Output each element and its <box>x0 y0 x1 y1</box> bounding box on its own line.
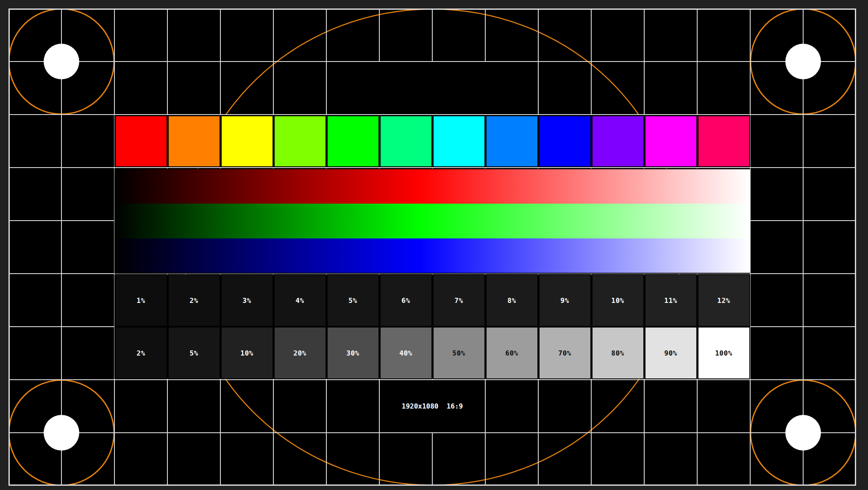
black-level-label: 9% <box>560 297 569 305</box>
color-swatch-3 <box>222 116 273 166</box>
gray-step-cell: 5% <box>169 328 220 378</box>
black-level-cell: 4% <box>275 275 326 326</box>
black-level-label: 8% <box>507 297 516 305</box>
color-swatch-7 <box>434 116 484 166</box>
luminance-step-band: 1%2%3%4%5%6%7%8%9%10%11%12%2%5%10%20%30%… <box>114 274 750 379</box>
black-level-cell: 7% <box>434 275 484 326</box>
black-level-cell: 12% <box>698 275 749 326</box>
gradient-bar-red <box>114 169 750 204</box>
black-level-cell: 3% <box>222 275 273 326</box>
color-swatch-1 <box>116 116 167 166</box>
black-level-label: 1% <box>136 297 145 305</box>
gray-step-label: 80% <box>611 349 624 357</box>
black-level-label: 4% <box>295 297 304 305</box>
resolution-label: 1920x1080 16:9 <box>379 380 485 433</box>
gray-step-label: 90% <box>664 349 677 357</box>
gray-step-label: 20% <box>293 349 306 357</box>
gray-step-cell: 70% <box>540 328 590 378</box>
test-pattern-area: 1%2%3%4%5%6%7%8%9%10%11%12%2%5%10%20%30%… <box>8 8 856 486</box>
gray-step-cell: 100% <box>698 328 749 378</box>
gray-step-cell: 30% <box>328 328 378 378</box>
gradient-bar-green <box>114 204 750 238</box>
corner-target-dot <box>44 44 79 79</box>
black-level-cell: 10% <box>593 275 643 326</box>
black-level-label: 3% <box>242 297 251 305</box>
gray-step-label: 40% <box>399 349 412 357</box>
black-level-cell: 6% <box>381 275 431 326</box>
black-level-cell: 8% <box>487 275 537 326</box>
color-swatch-12 <box>698 116 749 166</box>
gray-step-label: 100% <box>715 349 732 357</box>
gray-step-label: 60% <box>505 349 518 357</box>
black-level-label: 6% <box>401 297 410 305</box>
color-swatch-2 <box>169 116 220 166</box>
gray-step-label: 5% <box>189 349 198 357</box>
test-pattern-screen: 1%2%3%4%5%6%7%8%9%10%11%12%2%5%10%20%30%… <box>0 0 868 490</box>
corner-target-dot <box>785 44 821 79</box>
corner-target-dot <box>44 415 79 451</box>
color-swatch-4 <box>275 116 326 166</box>
gray-step-cell: 50% <box>434 328 484 378</box>
gray-step-label: 2% <box>136 349 145 357</box>
black-level-label: 5% <box>348 297 357 305</box>
gray-step-cell: 60% <box>487 328 537 378</box>
gray-step-cell: 20% <box>275 328 326 378</box>
gray-step-label: 50% <box>452 349 465 357</box>
black-level-label: 2% <box>189 297 198 305</box>
gradient-bar-blue <box>114 238 750 273</box>
color-swatch-8 <box>487 116 537 166</box>
gray-step-cell: 40% <box>381 328 431 378</box>
rgb-gradient-band <box>114 168 750 274</box>
color-swatch-6 <box>381 116 431 166</box>
black-level-cell: 5% <box>328 275 378 326</box>
black-level-cell: 2% <box>169 275 220 326</box>
black-level-cell: 1% <box>116 275 167 326</box>
gray-step-label: 70% <box>558 349 571 357</box>
corner-target-dot <box>785 415 821 451</box>
black-level-cell: 9% <box>540 275 590 326</box>
gray-step-cell: 80% <box>593 328 643 378</box>
black-level-label: 7% <box>454 297 463 305</box>
black-level-label: 12% <box>717 297 730 305</box>
black-level-label: 10% <box>611 297 624 305</box>
gray-step-label: 10% <box>240 349 253 357</box>
color-swatch-9 <box>540 116 590 166</box>
color-swatch-11 <box>645 116 696 166</box>
black-level-cell: 11% <box>645 275 696 326</box>
gray-step-cell: 90% <box>645 328 696 378</box>
color-swatch-5 <box>328 116 378 166</box>
gray-step-cell: 10% <box>222 328 273 378</box>
gray-step-cell: 2% <box>116 328 167 378</box>
gray-step-label: 30% <box>346 349 359 357</box>
black-level-label: 11% <box>664 297 677 305</box>
color-bar-row <box>114 115 750 167</box>
color-swatch-10 <box>593 116 643 166</box>
